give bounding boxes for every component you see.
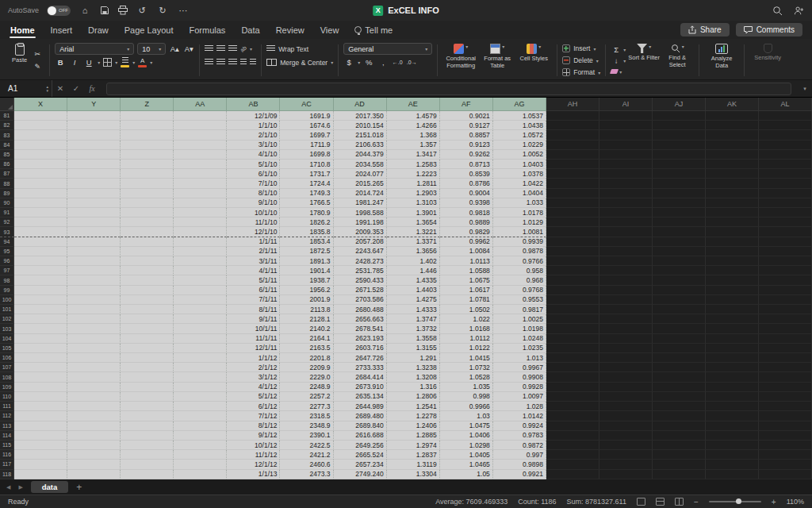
increase-indent-icon[interactable] bbox=[250, 59, 256, 66]
cell[interactable] bbox=[599, 247, 653, 256]
cell[interactable] bbox=[174, 334, 227, 344]
cell[interactable]: 2644.989 bbox=[334, 402, 387, 411]
cell[interactable] bbox=[67, 383, 121, 392]
cell[interactable] bbox=[174, 150, 227, 160]
cell[interactable]: 2277.3 bbox=[280, 402, 333, 411]
cell[interactable]: 2673.910 bbox=[334, 383, 387, 392]
cell[interactable]: 1.0438 bbox=[493, 121, 546, 130]
analyze-data-button[interactable]: Analyze Data bbox=[704, 42, 739, 69]
cell[interactable] bbox=[14, 237, 67, 247]
cell[interactable] bbox=[121, 353, 174, 363]
home-icon[interactable]: ⌂ bbox=[79, 6, 91, 15]
underline-button[interactable]: U bbox=[83, 57, 94, 68]
cell[interactable] bbox=[121, 402, 174, 411]
cell[interactable]: 0.9262 bbox=[440, 150, 493, 160]
row-header-81[interactable]: 81 bbox=[0, 111, 14, 121]
cell[interactable]: 1.0112 bbox=[440, 334, 493, 344]
cell[interactable] bbox=[174, 189, 227, 198]
cell[interactable]: 2318.5 bbox=[280, 411, 333, 421]
cell[interactable] bbox=[14, 421, 67, 431]
cell[interactable] bbox=[67, 189, 121, 198]
cell[interactable]: 2623.193 bbox=[334, 334, 387, 344]
cell[interactable] bbox=[759, 411, 812, 421]
cell[interactable] bbox=[174, 111, 227, 121]
cell[interactable]: 10/1/11 bbox=[227, 324, 280, 333]
cell[interactable]: 2460.6 bbox=[280, 460, 333, 469]
cell[interactable]: 1.291 bbox=[387, 353, 440, 363]
cell[interactable] bbox=[599, 392, 653, 402]
cell[interactable] bbox=[599, 383, 653, 392]
cell[interactable]: 0.9553 bbox=[493, 295, 546, 305]
cell[interactable] bbox=[653, 275, 706, 285]
cell[interactable] bbox=[67, 314, 121, 324]
cell[interactable] bbox=[653, 383, 706, 392]
cell[interactable] bbox=[599, 121, 653, 130]
column-header-Z[interactable]: Z bbox=[121, 98, 174, 111]
cell[interactable] bbox=[706, 160, 759, 169]
orientation-chevron-icon[interactable]: ▾ bbox=[250, 46, 252, 52]
cell[interactable] bbox=[546, 295, 599, 305]
cell[interactable] bbox=[546, 353, 599, 363]
cell[interactable] bbox=[174, 431, 227, 441]
cell[interactable]: 0.9962 bbox=[440, 237, 493, 247]
cell[interactable] bbox=[67, 392, 121, 402]
cell[interactable] bbox=[546, 121, 599, 130]
cell[interactable] bbox=[67, 217, 121, 227]
cell[interactable]: 4/1/10 bbox=[227, 150, 280, 160]
cell[interactable] bbox=[67, 227, 121, 237]
cell[interactable]: 1.0415 bbox=[440, 353, 493, 363]
cell[interactable]: 1.0142 bbox=[493, 411, 546, 421]
cell[interactable] bbox=[706, 450, 759, 460]
cell[interactable]: 3/1/11 bbox=[227, 256, 280, 266]
cell[interactable]: 5/1/12 bbox=[227, 392, 280, 402]
cell[interactable] bbox=[67, 450, 121, 460]
format-as-table-button[interactable]: ▾ Format as Table bbox=[479, 42, 515, 79]
cell[interactable] bbox=[14, 353, 67, 363]
cell[interactable]: 1.035 bbox=[440, 383, 493, 392]
cell[interactable] bbox=[14, 256, 67, 266]
cell[interactable]: 2635.134 bbox=[334, 392, 387, 402]
align-right-icon[interactable] bbox=[228, 59, 237, 66]
cell[interactable]: 1.0475 bbox=[440, 421, 493, 431]
cell[interactable] bbox=[759, 353, 812, 363]
cell[interactable] bbox=[653, 353, 706, 363]
cell[interactable] bbox=[759, 470, 812, 479]
cell[interactable] bbox=[653, 344, 706, 353]
cell[interactable]: 1.3901 bbox=[387, 208, 440, 217]
cell[interactable] bbox=[599, 111, 653, 121]
cell[interactable]: 1.0404 bbox=[493, 189, 546, 198]
cell[interactable] bbox=[759, 275, 812, 285]
cell[interactable]: 1/1/13 bbox=[227, 470, 280, 479]
cell[interactable] bbox=[653, 286, 706, 295]
row-header-97[interactable]: 97 bbox=[0, 266, 14, 275]
number-format-select[interactable]: General▾ bbox=[343, 43, 432, 55]
cell[interactable]: 5/1/10 bbox=[227, 160, 280, 169]
cell[interactable]: 9/1/10 bbox=[227, 198, 280, 208]
cell[interactable] bbox=[759, 334, 812, 344]
cell[interactable] bbox=[653, 247, 706, 256]
cell[interactable] bbox=[759, 111, 812, 121]
cell[interactable]: 1.0052 bbox=[493, 150, 546, 160]
cell[interactable]: 2014.724 bbox=[334, 189, 387, 198]
cell[interactable] bbox=[174, 179, 227, 188]
cell[interactable]: 1.2541 bbox=[387, 402, 440, 411]
redo-icon[interactable]: ↻ bbox=[156, 6, 169, 16]
tab-page-layout[interactable]: Page Layout bbox=[124, 21, 174, 39]
cell[interactable]: 1.357 bbox=[387, 140, 440, 150]
cell[interactable]: 2473.3 bbox=[280, 470, 333, 479]
cell[interactable] bbox=[174, 305, 227, 314]
cell[interactable]: 2590.433 bbox=[334, 275, 387, 285]
cell[interactable] bbox=[121, 441, 174, 450]
cell[interactable]: 1835.8 bbox=[280, 227, 333, 237]
cell[interactable]: 1.0084 bbox=[440, 247, 493, 256]
cell[interactable]: 2733.333 bbox=[334, 363, 387, 372]
cell[interactable] bbox=[174, 470, 227, 479]
cell[interactable] bbox=[759, 295, 812, 305]
cell[interactable]: 1.022 bbox=[440, 314, 493, 324]
cell[interactable] bbox=[759, 266, 812, 275]
cell[interactable] bbox=[599, 411, 653, 421]
cell[interactable] bbox=[14, 140, 67, 150]
cell[interactable]: 0.9818 bbox=[440, 208, 493, 217]
cell[interactable]: 12/1/10 bbox=[227, 227, 280, 237]
cell[interactable] bbox=[599, 441, 653, 450]
